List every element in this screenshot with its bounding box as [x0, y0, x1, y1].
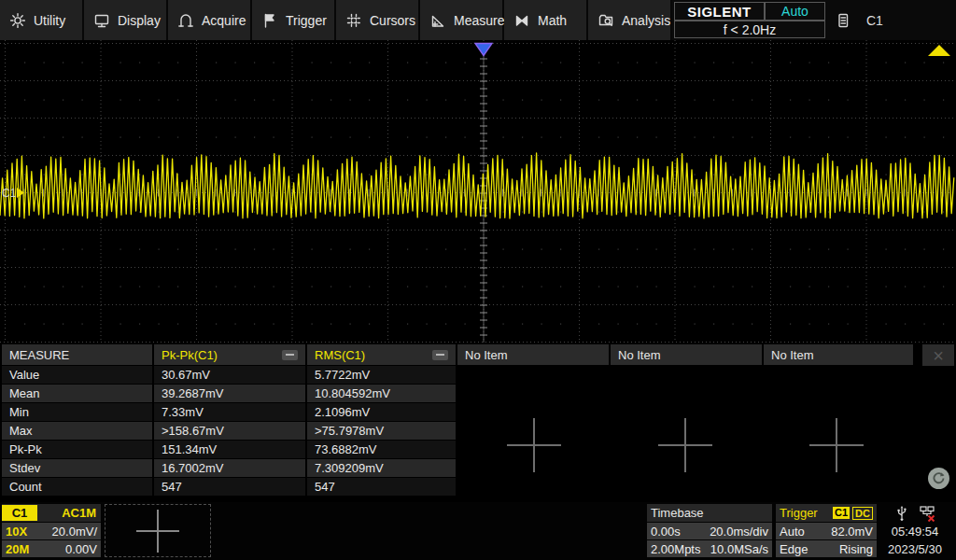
- add-channel-button[interactable]: [105, 504, 211, 557]
- channel-coupling: AC1M: [62, 506, 101, 520]
- set-square-icon: [429, 12, 446, 29]
- oscilloscope-screen: Utility Display Acquire Trigger Cursors …: [0, 0, 956, 560]
- gear-icon: [9, 12, 26, 29]
- add-measurement-button[interactable]: [809, 418, 864, 472]
- measure-row-pkpk: Pk-Pk151.34mV73.6882mV: [2, 441, 456, 458]
- sample-rate: 10.0MSa/s: [710, 542, 768, 556]
- arch-icon: [177, 12, 194, 29]
- menu-item-trigger[interactable]: Trigger: [252, 0, 336, 40]
- measure-column-empty-3[interactable]: No Item: [764, 344, 913, 365]
- menu-item-measure[interactable]: Measure: [420, 0, 504, 40]
- channel-position-label[interactable]: C1: [2, 187, 17, 200]
- notes-icon: [835, 12, 851, 29]
- remove-measure-icon[interactable]: [432, 350, 448, 360]
- trigger-type: Edge: [780, 542, 808, 556]
- usb-icon[interactable]: [894, 505, 909, 522]
- menu-item-label: Analysis: [622, 13, 670, 28]
- trigger-position-marker[interactable]: [475, 44, 492, 56]
- measure-column-pkpk[interactable]: Pk-Pk(C1): [154, 344, 305, 365]
- trigger-descriptor[interactable]: Trigger C1 DC Auto 82.0mV Edge Rising: [776, 504, 877, 557]
- measure-row-max: Max>158.67mV>75.7978mV: [2, 422, 456, 440]
- measurement-panel: MEASURE Pk-Pk(C1) RMS(C1) No Item No Ite…: [0, 343, 956, 502]
- menu-item-label: Trigger: [286, 13, 327, 28]
- trigger-level: 82.0mV: [831, 525, 873, 539]
- probe-attenuation: 10X: [6, 525, 27, 539]
- measure-row-stdev: Stdev16.7002mV7.309209mV: [2, 459, 456, 477]
- bottom-status-bar: C1 AC1M 10X 20.0mV/ 20M 0.00V Timebase 0…: [0, 502, 956, 560]
- measure-row-value: Value30.67mV5.7722mV: [2, 366, 456, 384]
- reset-statistics-button[interactable]: [928, 468, 949, 489]
- timebase-descriptor[interactable]: Timebase 0.00s 20.0ms/div 2.00Mpts 10.0M…: [647, 504, 772, 557]
- close-measure-panel-button[interactable]: ×: [922, 344, 954, 366]
- system-status: 05:49:54 2023/5/30: [876, 502, 954, 558]
- trigger-delay: 0.00s: [651, 525, 681, 539]
- volts-per-div: 20.0mV/: [52, 525, 97, 539]
- menu-item-label: Measure: [454, 13, 504, 28]
- measure-row-min: Min7.33mV2.1096mV: [2, 403, 456, 421]
- memory-depth: 2.00Mpts: [651, 542, 700, 556]
- add-measurement-button[interactable]: [507, 418, 561, 472]
- lan-disconnected-icon[interactable]: [919, 505, 935, 522]
- measure-header-row: MEASURE Pk-Pk(C1) RMS(C1) No Item No Ite…: [2, 344, 913, 365]
- menu-item-analysis[interactable]: Analysis: [588, 0, 672, 40]
- plus-icon: [136, 510, 179, 553]
- measure-row-count: Count547547: [2, 478, 456, 496]
- trigger-slope: Rising: [839, 542, 873, 556]
- measure-column-empty-2[interactable]: No Item: [611, 344, 762, 365]
- bowtie-icon: [513, 12, 530, 29]
- menu-item-cursors[interactable]: Cursors: [336, 0, 420, 40]
- clock-time[interactable]: 05:49:54: [876, 523, 954, 540]
- menu-item-label: Math: [538, 13, 567, 28]
- siglent-logo: SIGLENT: [674, 2, 765, 21]
- time-per-div: 20.0ms/div: [710, 525, 768, 539]
- scope-canvas[interactable]: C1: [0, 40, 956, 343]
- close-icon: ×: [933, 346, 944, 365]
- menu-item-acquire[interactable]: Acquire: [168, 0, 252, 40]
- brand-status-panel: SIGLENT Auto f < 2.0Hz: [674, 2, 825, 38]
- measure-row-mean: Mean39.2687mV10.804592mV: [2, 385, 456, 402]
- trigger-mode: Auto: [780, 525, 805, 539]
- waveform-display-area[interactable]: C1: [0, 40, 956, 343]
- menu-bar: Utility Display Acquire Trigger Cursors …: [0, 0, 956, 42]
- channel-1-descriptor[interactable]: C1 AC1M 10X 20.0mV/ 20M 0.00V: [2, 504, 101, 557]
- display-icon: [93, 12, 110, 29]
- menu-item-label: Display: [118, 13, 161, 28]
- measure-column-rms[interactable]: RMS(C1): [307, 344, 456, 365]
- refresh-icon: [932, 471, 946, 485]
- menu-item-math[interactable]: Math: [504, 0, 588, 40]
- flag-icon: [261, 12, 278, 29]
- clock-date[interactable]: 2023/5/30: [876, 540, 954, 558]
- active-channel-indicator[interactable]: C1: [831, 0, 883, 40]
- menu-item-display[interactable]: Display: [84, 0, 168, 40]
- remove-measure-icon[interactable]: [282, 350, 298, 360]
- menu-items: Utility Display Acquire Trigger Cursors …: [0, 0, 672, 40]
- trigger-source-chip: C1: [833, 507, 850, 519]
- trigger-coupling-chip: DC: [852, 507, 873, 520]
- bandwidth-limit: 20M: [6, 542, 29, 556]
- acquisition-mode-badge[interactable]: Auto: [765, 2, 825, 21]
- timebase-title: Timebase: [651, 506, 704, 520]
- add-measurement-button[interactable]: [658, 418, 712, 472]
- measure-title: MEASURE: [2, 344, 152, 365]
- channel-name-tab[interactable]: C1: [2, 505, 37, 521]
- trigger-level-marker[interactable]: [928, 45, 950, 56]
- trigger-title: Trigger: [780, 506, 818, 520]
- menu-item-label: Utility: [34, 13, 65, 28]
- menu-item-label: Acquire: [202, 13, 246, 28]
- menu-item-utility[interactable]: Utility: [0, 0, 84, 40]
- c1-waveform-trace: [0, 153, 954, 218]
- menu-item-label: Cursors: [370, 13, 415, 28]
- active-channel-label: C1: [866, 13, 883, 28]
- channel-offset: 0.00V: [65, 542, 97, 556]
- trigger-frequency-readout: f < 2.0Hz: [674, 21, 825, 38]
- folder-search-icon: [598, 12, 614, 29]
- measure-column-empty-1[interactable]: No Item: [457, 344, 609, 365]
- crosshatch-icon: [345, 12, 362, 29]
